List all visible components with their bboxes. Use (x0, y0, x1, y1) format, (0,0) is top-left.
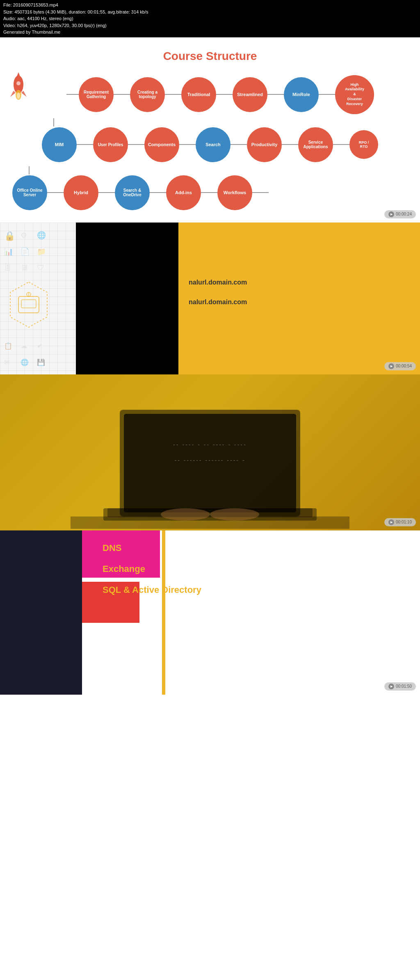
network-icon: 🌐 (37, 231, 46, 240)
svg-point-18 (210, 508, 259, 521)
database-icon: 🗄 (4, 264, 11, 272)
node-row-2: MIM User Profiles Components Search Prod… (12, 127, 408, 162)
node-addins: Add-ins (166, 175, 201, 210)
svg-rect-16 (107, 508, 313, 517)
file-info-line5: Generated by Thumbnail.me (3, 29, 417, 36)
lock-icon: 🔒 (4, 231, 15, 241)
connector (150, 192, 166, 193)
node-hybrid: Hybrid (64, 175, 98, 210)
node-traditional: Traditional (181, 77, 216, 112)
file-info-line3: Audio: aac, 44100 Hz, stereo (eng) (3, 15, 417, 22)
svg-point-17 (161, 508, 210, 521)
timestamp-2-value: 00:00:54 (396, 364, 412, 368)
file-icon: 📋 (4, 342, 12, 350)
dns-item-2: Exchange (103, 564, 412, 574)
svg-marker-4 (21, 91, 27, 97)
storage-icon: 💾 (37, 358, 45, 366)
connector (66, 94, 79, 95)
connector (77, 144, 93, 145)
connector (267, 94, 284, 95)
cloud-icon: ☁ (21, 342, 27, 350)
node-requirement-gathering: RequirementGathering (79, 77, 114, 112)
connector (282, 144, 298, 145)
dns-label: DNS (103, 543, 412, 553)
settings-icon: ⚙ (21, 231, 27, 240)
connector (128, 144, 144, 145)
play-icon-3: ▶ (388, 519, 394, 525)
svg-point-2 (16, 81, 21, 85)
node-mim: MIM (42, 127, 77, 162)
connector (252, 192, 269, 193)
timestamp-4-value: 00:01:50 (396, 684, 412, 689)
svg-marker-3 (10, 91, 16, 97)
dns-item-3: SQL & Active Directory (103, 585, 412, 595)
sql-label: SQL & Active Directory (103, 585, 412, 595)
check-icon: ✔ (37, 342, 42, 350)
connector (114, 94, 130, 95)
domain-text-2: nalurl.domain.com (189, 298, 410, 306)
node-row-3: Office OnlineServer Hybrid Search &OneDr… (12, 175, 412, 210)
video-center-black (76, 223, 178, 374)
node-rpo-rto: RPO /RTO (349, 130, 378, 159)
play-icon: ▶ (388, 211, 394, 217)
svg-point-6 (17, 92, 20, 99)
connector (231, 144, 247, 145)
node-minrole: MinRole (284, 77, 319, 112)
globe-icon: 🌐 (21, 358, 29, 366)
node-components: Components (144, 127, 179, 162)
node-workflows: Workflows (217, 175, 252, 210)
laptop-section: -- ---- - -- ---- - ---- -- ------ -----… (0, 374, 420, 530)
domain-text-1: nalurl.domain.com (189, 279, 410, 286)
play-icon-4: ▶ (388, 684, 394, 689)
file-info-line4: Video: h264, yuv420p, 1280x720, 30.00 fp… (3, 22, 417, 29)
timestamp-badge-4: ▶ 00:01:50 (384, 682, 416, 691)
node-productivity: Productivity (247, 127, 282, 162)
laptop-text-2: -- ------ ------ ---- - (173, 454, 247, 466)
connector (98, 192, 115, 193)
svg-marker-7 (10, 282, 47, 327)
connector (47, 192, 64, 193)
svg-rect-9 (21, 300, 36, 308)
node-service-applications: ServiceApplications (298, 127, 333, 162)
dns-section: DNS Exchange SQL & Active Directory ▶ 00… (0, 530, 420, 695)
timestamp-badge-1: ▶ 00:00:24 (384, 209, 416, 218)
node-search: Search (196, 127, 231, 162)
timestamp-badge-2: ▶ 00:00:54 (384, 361, 416, 370)
file-info-line2: Size: 4507316 bytes (4.30 MiB), duration… (3, 9, 417, 16)
node-creating-topology: Creating atopology (130, 77, 165, 112)
file-info-line1: File: 20160907153653.mp4 (3, 2, 417, 9)
node-streamlined: Streamlined (233, 77, 267, 112)
node-user-profiles: User Profiles (93, 127, 128, 162)
rocket-icon (8, 70, 29, 105)
folder-icon: 📁 (37, 247, 46, 256)
timestamp-badge-3: ▶ 00:01:10 (384, 517, 416, 526)
course-structure-section: Course Structure RequirementGathering Cr… (0, 37, 420, 223)
connector (216, 94, 233, 95)
video-left-panel: 🔒 ⚙ 🌐 📊 📄 📁 🗄 🖥 🛡 ✉ 🌐 💾 📋 ☁ ✔ (0, 223, 76, 374)
video-section: 🔒 ⚙ 🌐 📊 📄 📁 🗄 🖥 🛡 ✉ 🌐 💾 📋 ☁ ✔ nalurl.d (0, 223, 420, 374)
hex-robot-icon (4, 280, 53, 329)
connector (165, 94, 181, 95)
exchange-label: Exchange (103, 564, 412, 574)
laptop-text-1: -- ---- - -- ---- - ---- (173, 439, 247, 450)
connector (319, 94, 335, 95)
file-info-banner: File: 20160907153653.mp4 Size: 4507316 b… (0, 0, 420, 37)
v-connector (8, 118, 412, 126)
dns-center: DNS Exchange SQL & Active Directory (82, 530, 420, 695)
chart-icon: 📊 (4, 247, 13, 256)
shield-icon: 🛡 (37, 264, 44, 272)
node-hadr: HighAvailability&DisasterRecovery (335, 75, 374, 114)
dns-left-dark (0, 530, 82, 695)
timestamp-3-value: 00:01:10 (396, 520, 412, 524)
server-icon: 🖥 (21, 264, 28, 272)
dns-text-area: DNS Exchange SQL & Active Directory (103, 543, 412, 606)
connector (179, 144, 196, 145)
video-right-panel: nalurl.domain.com nalurl.domain.com (178, 223, 420, 374)
dns-item-1: DNS (103, 543, 412, 553)
node-search-onedrive: Search &OneDrive (115, 175, 150, 210)
connector (333, 144, 349, 145)
node-office-online: Office OnlineServer (12, 175, 47, 210)
play-icon-2: ▶ (388, 363, 394, 369)
course-title: Course Structure (8, 50, 412, 63)
doc-icon: 📄 (21, 247, 30, 256)
